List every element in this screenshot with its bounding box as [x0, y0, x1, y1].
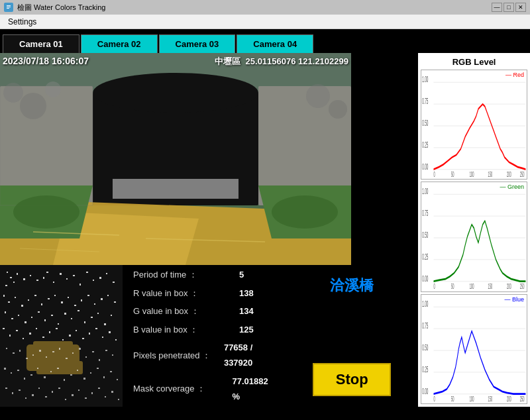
menu-bar: Settings — [0, 15, 530, 29]
svg-rect-99 — [115, 339, 117, 341]
green-legend: — Green — [500, 184, 524, 190]
svg-rect-126 — [44, 376, 46, 378]
svg-rect-59 — [81, 299, 82, 301]
svg-rect-89 — [49, 331, 50, 333]
svg-rect-116 — [92, 351, 94, 352]
svg-rect-124 — [30, 374, 32, 376]
svg-rect-145 — [52, 391, 53, 393]
svg-rect-64 — [114, 301, 116, 303]
svg-rect-93 — [76, 330, 77, 331]
svg-rect-63 — [107, 295, 109, 296]
svg-text:0.75: 0.75 — [423, 208, 429, 218]
svg-rect-127 — [50, 371, 52, 372]
svg-rect-34 — [36, 280, 38, 281]
svg-rect-75 — [71, 318, 72, 319]
maximize-button[interactable]: □ — [504, 3, 514, 12]
svg-rect-135 — [103, 376, 105, 378]
svg-rect-28 — [10, 277, 12, 278]
svg-rect-58 — [74, 305, 76, 306]
svg-point-17 — [272, 195, 338, 229]
svg-point-23 — [45, 81, 61, 97]
settings-menu[interactable]: Settings — [3, 16, 42, 28]
minimize-button[interactable]: — — [492, 3, 502, 12]
svg-rect-87 — [36, 328, 37, 329]
svg-text:250: 250 — [520, 283, 525, 291]
svg-rect-41 — [80, 284, 81, 286]
close-button[interactable]: ✕ — [515, 3, 526, 12]
r-value: 138 — [239, 286, 254, 301]
svg-rect-29 — [17, 273, 18, 275]
b-value: 125 — [239, 322, 254, 337]
svg-rect-67 — [18, 315, 19, 316]
svg-rect-103 — [6, 348, 7, 349]
camera-overlay: 2023/07/18 16:06:07 中壢區 25.01156076 121.… — [3, 56, 348, 68]
svg-rect-90 — [56, 328, 58, 329]
svg-rect-152 — [98, 388, 100, 389]
svg-rect-47 — [3, 295, 5, 297]
b-row: B value in box ： 125 — [133, 322, 275, 337]
thumbnail-svg — [0, 265, 123, 407]
blue-legend: — Blue — [504, 296, 524, 303]
svg-text:250: 250 — [520, 395, 525, 403]
svg-rect-26 — [0, 265, 123, 407]
period-row: Period of time ： 5 — [133, 267, 275, 282]
svg-rect-121 — [11, 372, 12, 374]
svg-text:0.25: 0.25 — [423, 364, 429, 374]
svg-rect-74 — [64, 313, 66, 315]
svg-rect-133 — [90, 372, 91, 374]
svg-text:250: 250 — [520, 170, 525, 178]
location-coords: 中壢區 25.01156076 121.2102299 — [215, 56, 348, 68]
svg-rect-108 — [39, 350, 41, 352]
blue-chart-svg: 1.00 0.75 0.50 0.25 0.00 0 50 100 150 20… — [421, 295, 527, 403]
window-controls: — □ ✕ — [492, 3, 526, 12]
svg-rect-55 — [54, 295, 56, 296]
svg-rect-30 — [5, 285, 7, 286]
bottom-panel: Period of time ： 5 R value in box ： 138 … — [0, 265, 418, 407]
svg-rect-69 — [31, 317, 32, 318]
svg-rect-138 — [5, 388, 7, 389]
svg-rect-33 — [30, 275, 31, 276]
scene-svg — [0, 53, 351, 265]
svg-text:0: 0 — [434, 283, 435, 291]
svg-rect-134 — [97, 368, 99, 369]
period-value: 5 — [239, 267, 244, 282]
svg-point-16 — [13, 195, 80, 229]
svg-rect-37 — [53, 282, 54, 283]
svg-rect-129 — [64, 379, 65, 381]
app-icon — [4, 3, 13, 12]
svg-text:50: 50 — [451, 395, 454, 403]
tab-camera-02[interactable]: Camera 02 — [81, 34, 158, 53]
g-row: G value in box ： 134 — [133, 303, 275, 319]
svg-rect-148 — [72, 394, 74, 396]
svg-text:50: 50 — [451, 283, 454, 291]
svg-rect-79 — [97, 313, 99, 314]
red-legend: — Red — [505, 72, 524, 78]
svg-text:100: 100 — [470, 395, 474, 403]
tab-camera-03[interactable]: Camera 03 — [159, 34, 236, 53]
svg-rect-42 — [86, 272, 88, 273]
stop-button[interactable]: Stop — [313, 363, 391, 396]
left-section: 2023/07/18 16:06:07 中壢區 25.01156076 121.… — [0, 53, 418, 420]
svg-point-9 — [93, 73, 258, 113]
pixels-value: 77658 / 337920 — [224, 340, 275, 371]
svg-text:200: 200 — [507, 283, 511, 291]
svg-rect-151 — [91, 392, 93, 394]
svg-point-24 — [306, 84, 330, 108]
svg-rect-153 — [105, 396, 106, 397]
svg-rect-35 — [43, 277, 44, 279]
tab-camera-01[interactable]: Camera 01 — [3, 34, 80, 53]
svg-rect-137 — [117, 379, 118, 380]
svg-rect-61 — [94, 303, 95, 305]
svg-rect-44 — [99, 277, 101, 279]
green-chart: — Green 1.00 0.75 0.50 0.25 0.00 0 50 10… — [421, 182, 527, 291]
svg-rect-50 — [21, 305, 23, 307]
svg-rect-81 — [111, 315, 112, 316]
svg-rect-122 — [17, 370, 19, 371]
svg-text:0.25: 0.25 — [423, 140, 429, 150]
svg-rect-110 — [52, 351, 54, 352]
svg-rect-83 — [9, 335, 11, 337]
svg-rect-136 — [110, 371, 112, 372]
mask-value: 77.01882 % — [232, 374, 275, 405]
svg-rect-31 — [13, 282, 15, 283]
tab-camera-04[interactable]: Camera 04 — [237, 34, 313, 53]
